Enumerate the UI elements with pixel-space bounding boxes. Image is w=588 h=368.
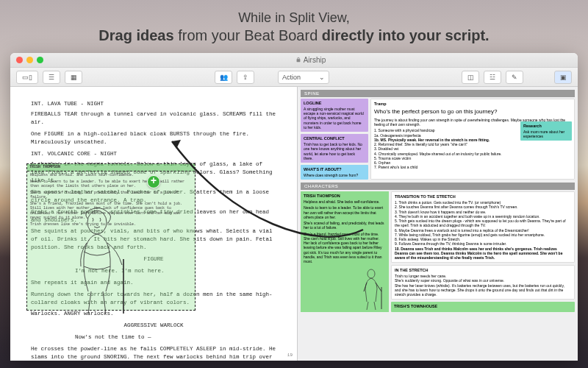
spine-section-header: SPINE — [301, 90, 575, 97]
lock-icon — [295, 57, 301, 63]
beat-card-transition[interactable]: TRANSITION TO THE STRETCH 1. Trish drink… — [391, 191, 575, 263]
conflict-card[interactable]: CENTRAL CONFLICTTrish has to get back to… — [301, 134, 368, 163]
app-window: Airship ▭▯ ☰ ▦ 👥 ⇪ Action⌄ ◫ ☳ ✎ ▣ INT. … — [10, 53, 578, 361]
titlebar: Airship — [10, 53, 578, 68]
chevron-down-icon: ⌄ — [319, 74, 325, 81]
action-paragraph: FIREBALLS TEAR through a tunnel carved i… — [31, 110, 276, 127]
element-type-select[interactable]: Action⌄ — [278, 71, 329, 84]
maximize-icon[interactable] — [37, 57, 43, 63]
character-illustration — [62, 208, 143, 318]
tramp-card[interactable]: Tramp Who's the perfect person to go on … — [370, 99, 575, 180]
character-illustration — [359, 268, 387, 311]
minimize-icon[interactable] — [26, 57, 33, 63]
collaboration-button[interactable]: 👥 — [215, 71, 232, 84]
action-paragraph: He crosses the powder-line as he falls C… — [31, 345, 276, 361]
action-paragraph: One FIGURE in a high-collared black cloa… — [31, 130, 276, 146]
split-button[interactable]: ◫ — [462, 71, 479, 84]
scene-heading: INT. LAVA TUBE - NIGHT — [31, 100, 276, 108]
cards-button[interactable]: ▦ — [65, 71, 82, 84]
beat-card-townhouse[interactable]: TRISH'S TOWNHOUSE — [391, 302, 575, 312]
scene-heading: INT. VOLCANIC CORE - NIGHT — [31, 150, 276, 158]
share-button[interactable]: ⇪ — [237, 71, 254, 84]
research-card[interactable]: ResearchAsk mom more about her experienc… — [520, 121, 572, 141]
character-card-trish[interactable]: TRISH THOMPSON Helpless and afraid. She … — [301, 191, 389, 312]
beat-board[interactable]: SPINE LOGLINEA struggling single mother … — [298, 87, 578, 361]
svg-point-0 — [87, 210, 107, 234]
navigator-button[interactable]: ☳ — [484, 71, 501, 84]
page-number: 19 — [287, 353, 293, 359]
svg-point-1 — [368, 269, 375, 278]
view-mode-button[interactable]: ▭▯ — [16, 71, 38, 84]
toolbar: ▭▯ ☰ ▦ 👥 ⇪ Action⌄ ◫ ☳ ✎ ▣ — [10, 68, 578, 87]
marketing-headline: While in Split View, Drag ideas from you… — [0, 10, 588, 44]
dialogue: Now's not the time to — — [31, 333, 276, 342]
beat-card-stretch[interactable]: IN THE STRETCH Trish no longer needs her… — [391, 265, 575, 300]
format-button[interactable]: ✎ — [506, 71, 523, 84]
about-card[interactable]: WHAT'S IT ABOUT?Where does strength come… — [301, 165, 368, 180]
drop-add-icon: + — [147, 175, 160, 188]
logline-card[interactable]: LOGLINEA struggling single mother must e… — [301, 99, 368, 132]
characters-section-header: CHARACTERS — [301, 183, 575, 190]
document-title: Airship — [49, 56, 572, 64]
close-icon[interactable] — [16, 57, 23, 63]
character-cue: AGGRESSIVE WARLOCK — [31, 322, 276, 330]
script-editor[interactable]: INT. LAVA TUBE - NIGHT FIREBALLS TEAR th… — [10, 87, 297, 361]
inspector-button[interactable]: ▣ — [554, 71, 572, 84]
outline-button[interactable]: ☰ — [43, 71, 60, 84]
